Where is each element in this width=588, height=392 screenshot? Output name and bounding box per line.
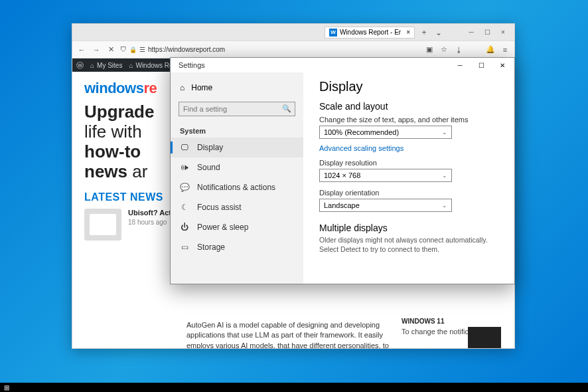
wp-site-name[interactable]: ⌂Windows Re (129, 62, 173, 69)
sidebar-thumbnail (468, 327, 501, 348)
chevron-down-icon: ⌄ (442, 129, 447, 136)
sidebar-item-sound[interactable]: 🕪Sound (171, 157, 303, 177)
resolution-label: Display resolution (319, 159, 498, 167)
new-tab-button[interactable]: + (419, 27, 429, 38)
browser-tab[interactable]: W Windows Report - Er × (325, 27, 415, 39)
scale-label: Change the size of text, apps, and other… (319, 116, 498, 124)
sidebar-item-notifications[interactable]: 💬Notifications & actions (171, 177, 303, 197)
settings-page-title: Display (319, 79, 498, 94)
scale-heading: Scale and layout (319, 101, 498, 112)
sidebar-label-display: Display (197, 143, 223, 152)
chevron-down-icon: ⌄ (442, 202, 447, 209)
headline-word2: how-to (84, 142, 141, 161)
wp-site-label: Windows Re (135, 62, 173, 69)
settings-window: Settings ─ ☐ ✕ ⌂ Home 🔍 System 🖵Display … (170, 57, 515, 284)
menu-icon[interactable]: ≡ (500, 45, 510, 55)
back-button[interactable]: ← (76, 45, 87, 55)
scale-value: 100% (Recommended) (324, 128, 399, 136)
sidebar-card-heading: Windows 11 (402, 318, 501, 325)
close-button[interactable]: × (497, 27, 509, 38)
article-excerpt: AutoGen AI is a model capable of designi… (184, 318, 403, 348)
address-bar: ← → ✕ ⛉ 🔒 ☰ https://windowsreport.com ▣ … (72, 41, 514, 58)
moon-icon: ☾ (180, 203, 189, 212)
orientation-dropdown[interactable]: Landscape ⌄ (319, 199, 452, 212)
orientation-label: Display orientation (319, 189, 498, 197)
headline-tail: ar (127, 161, 147, 181)
scale-dropdown[interactable]: 100% (Recommended) ⌄ (319, 126, 452, 139)
headline-line2: life with (84, 122, 142, 142)
sidebar-label-storage: Storage (197, 243, 225, 252)
home-icon: ⌂ (180, 83, 184, 92)
search-icon: 🔍 (282, 104, 291, 113)
tab-overflow-button[interactable]: ⌄ (433, 27, 444, 38)
settings-maximize-button[interactable]: ☐ (471, 58, 492, 72)
settings-close-button[interactable]: ✕ (492, 58, 513, 72)
close-icon[interactable]: × (406, 29, 410, 36)
news-thumbnail (84, 209, 121, 241)
maximize-button[interactable]: ☐ (481, 27, 493, 38)
wp-logo[interactable]: ⓦ (76, 60, 84, 70)
logo-part-b: re (143, 80, 157, 96)
sidebar-item-display[interactable]: 🖵Display (171, 138, 303, 157)
settings-titlebar: Settings ─ ☐ ✕ (171, 58, 514, 72)
settings-minimize-button[interactable]: ─ (449, 58, 471, 72)
permissions-icon: ☰ (139, 46, 145, 53)
settings-home-label: Home (191, 83, 212, 92)
bookmark-icon[interactable]: ☆ (439, 45, 449, 55)
headline-word1: Upgrade (84, 102, 154, 122)
lock-icon: 🔒 (129, 47, 137, 53)
headline-word3: news (84, 161, 127, 181)
notifications-icon[interactable]: 🔔 (485, 45, 496, 55)
tab-favicon: W (329, 29, 337, 37)
sidebar-item-power[interactable]: ⏻Power & sleep (171, 217, 303, 237)
download-icon[interactable]: ⭳ (453, 45, 464, 55)
chevron-down-icon: ⌄ (442, 172, 447, 179)
tab-title: Windows Report - Er (340, 29, 401, 36)
settings-sidebar: ⌂ Home 🔍 System 🖵Display 🕪Sound 💬Notific… (171, 72, 303, 284)
resolution-dropdown[interactable]: 1024 × 768 ⌄ (319, 169, 452, 182)
notifications-icon: 💬 (180, 183, 189, 192)
wp-mysites-label: My Sites (97, 62, 122, 69)
resolution-value: 1024 × 768 (324, 171, 360, 179)
multiple-displays-heading: Multiple displays (319, 223, 498, 233)
advanced-scaling-link[interactable]: Advanced scaling settings (319, 144, 498, 152)
minimize-button[interactable]: ─ (465, 27, 477, 38)
url-field[interactable]: ⛉ 🔒 ☰ https://windowsreport.com (120, 46, 420, 53)
sidebar-label-focus: Focus assist (197, 203, 242, 212)
orientation-value: Landscape (324, 201, 360, 209)
shield-icon: ⛉ (120, 46, 127, 53)
settings-search[interactable]: 🔍 (179, 102, 295, 116)
wp-mysites[interactable]: ⌂My Sites (90, 62, 122, 69)
forward-button[interactable]: → (91, 45, 102, 55)
sites-icon: ⌂ (90, 62, 94, 69)
display-icon: 🖵 (180, 143, 189, 152)
sidebar-card[interactable]: Windows 11 To change the notification (402, 318, 501, 336)
power-icon: ⏻ (180, 223, 189, 232)
sidebar-item-focus-assist[interactable]: ☾Focus assist (171, 197, 303, 217)
url-text: https://windowsreport.com (148, 46, 225, 53)
logo-part-a: windows (84, 80, 143, 96)
settings-home[interactable]: ⌂ Home (171, 78, 303, 98)
taskbar[interactable]: ⊞ (0, 383, 588, 392)
sidebar-item-storage[interactable]: ▭Storage (171, 237, 303, 257)
settings-search-input[interactable] (179, 102, 295, 116)
settings-main: Display Scale and layout Change the size… (303, 72, 514, 284)
sidebar-label-notifications: Notifications & actions (197, 183, 275, 192)
start-button[interactable]: ⊞ (4, 384, 9, 391)
sidebar-label-sound: Sound (197, 163, 220, 172)
home-icon: ⌂ (129, 62, 133, 69)
settings-window-title: Settings (179, 61, 205, 69)
sound-icon: 🕪 (180, 163, 189, 172)
stop-button[interactable]: ✕ (106, 45, 116, 55)
sidebar-label-power: Power & sleep (197, 223, 248, 232)
settings-category: System (171, 123, 303, 138)
storage-icon: ▭ (180, 243, 189, 252)
browser-tabbar: W Windows Report - Er × + ⌄ ─ ☐ × (72, 24, 514, 41)
multiple-displays-note: Older displays might not always connect … (319, 236, 498, 254)
reader-mode-icon[interactable]: ▣ (424, 45, 435, 55)
